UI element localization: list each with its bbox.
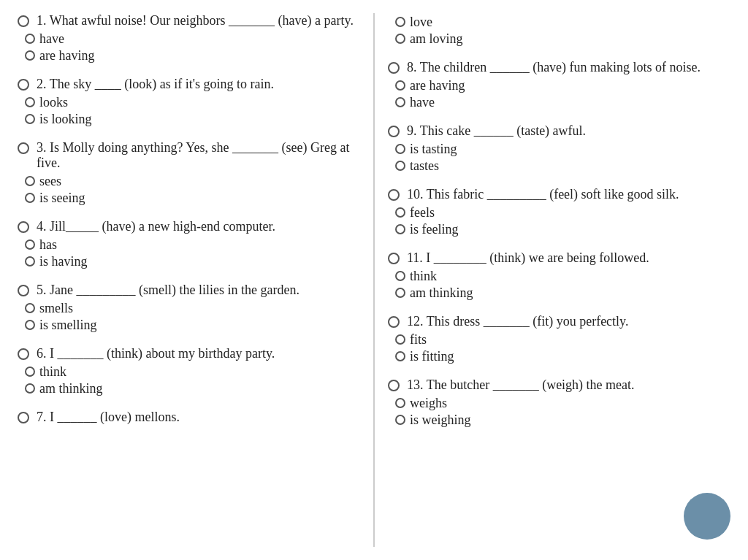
option-q1-1[interactable]: are having <box>22 48 363 64</box>
question-q3-text: 3. Is Molly doing anything? Yes, she ___… <box>15 140 363 171</box>
option-q9-0[interactable]: is tasting <box>392 142 733 157</box>
option-q11-1[interactable]: am thinking <box>392 285 733 301</box>
option-q5-0[interactable]: smells <box>22 301 363 316</box>
q8-opt0-radio[interactable] <box>395 80 405 91</box>
question-block-q4: 4. Jill_____ (have) a new high-end compu… <box>15 219 363 269</box>
question-q5-text: 5. Jane _________ (smell) the lilies in … <box>15 283 363 298</box>
question-q7-text: 7. I ______ (love) mellons. <box>15 410 363 425</box>
q6-opt0-radio[interactable] <box>25 367 35 377</box>
question-block-q13: 13. The butcher _______ (weigh) the meat… <box>385 377 733 428</box>
option-q12-0[interactable]: fits <box>392 332 733 348</box>
q11-radio-outer[interactable] <box>388 253 400 264</box>
q13-opt1-radio[interactable] <box>395 415 405 425</box>
question-block-q10: 10. This fabric _________ (feel) soft li… <box>385 187 733 237</box>
option-q3-0[interactable]: sees <box>22 174 363 189</box>
q9-opt1-radio[interactable] <box>395 161 405 171</box>
question-block-q7b: love am loving <box>385 13 733 47</box>
q10-radio-outer[interactable] <box>388 189 400 201</box>
question-block-q12: 12. This dress _______ (fit) you perfect… <box>385 314 733 364</box>
question-block-q11: 11. I ________ (think) we are being foll… <box>385 250 733 301</box>
q5-radio-outer[interactable] <box>18 285 29 296</box>
q3-radio-outer[interactable] <box>18 142 29 154</box>
q2-radio-outer[interactable] <box>18 79 29 91</box>
q4-opt1-radio[interactable] <box>25 256 35 266</box>
option-q2-1[interactable]: is looking <box>22 112 363 127</box>
q7-radio-outer[interactable] <box>18 412 29 423</box>
q1-opt0-radio[interactable] <box>25 34 35 44</box>
q6-radio-outer[interactable] <box>18 348 29 360</box>
q9-radio-outer[interactable] <box>388 126 400 137</box>
column-divider <box>373 13 375 547</box>
question-q1-text: 1. What awful noise! Our neighbors _____… <box>15 13 363 28</box>
question-block-q7: 7. I ______ (love) mellons. <box>15 410 363 428</box>
question-q8-text: 8. The children ______ (have) fun making… <box>385 60 733 75</box>
question-q4-text: 4. Jill_____ (have) a new high-end compu… <box>15 219 363 234</box>
q8-opt1-radio[interactable] <box>395 97 405 107</box>
question-q6-text: 6. I _______ (think) about my birthday p… <box>15 346 363 361</box>
option-q4-1[interactable]: is having <box>22 254 363 269</box>
q10-opt1-radio[interactable] <box>395 224 405 234</box>
question-block-q6: 6. I _______ (think) about my birthday p… <box>15 346 363 396</box>
option-q7-1[interactable]: am loving <box>392 31 733 47</box>
option-q8-0[interactable]: are having <box>392 78 733 93</box>
option-q13-0[interactable]: weighs <box>392 396 733 411</box>
decorative-circle <box>684 493 730 540</box>
q7-opt1-radio[interactable] <box>395 34 405 44</box>
option-q4-0[interactable]: has <box>22 237 363 253</box>
q4-radio-outer[interactable] <box>18 221 29 233</box>
question-q13-text: 13. The butcher _______ (weigh) the meat… <box>385 377 733 393</box>
option-q2-0[interactable]: looks <box>22 95 363 110</box>
option-q6-1[interactable]: am thinking <box>22 381 363 396</box>
q12-opt1-radio[interactable] <box>395 351 405 361</box>
option-q1-0[interactable]: have <box>22 31 363 47</box>
question-q10-text: 10. This fabric _________ (feel) soft li… <box>385 187 733 202</box>
q12-radio-outer[interactable] <box>388 316 400 328</box>
q11-opt1-radio[interactable] <box>395 288 405 298</box>
q7-opt0-radio[interactable] <box>395 17 405 27</box>
option-q12-1[interactable]: is fitting <box>392 349 733 364</box>
option-q8-1[interactable]: have <box>392 95 733 110</box>
q1-opt1-radio[interactable] <box>25 50 35 61</box>
q2-opt1-radio[interactable] <box>25 114 35 124</box>
option-q7-0[interactable]: love <box>392 15 733 30</box>
question-q12-text: 12. This dress _______ (fit) you perfect… <box>385 314 733 329</box>
q6-opt1-radio[interactable] <box>25 383 35 394</box>
question-q2-text: 2. The sky ____ (look) as if it's going … <box>15 77 363 92</box>
question-q9-text: 9. This cake ______ (taste) awful. <box>385 123 733 139</box>
question-block-q8: 8. The children ______ (have) fun making… <box>385 60 733 110</box>
option-q6-0[interactable]: think <box>22 364 363 380</box>
question-block-q5: 5. Jane _________ (smell) the lilies in … <box>15 283 363 333</box>
option-q10-1[interactable]: is feeling <box>392 222 733 237</box>
q3-opt1-radio[interactable] <box>25 193 35 203</box>
q9-opt0-radio[interactable] <box>395 144 405 154</box>
q12-opt0-radio[interactable] <box>395 334 405 345</box>
right-column: love am loving 8. The children ______ (h… <box>378 13 741 547</box>
q8-radio-outer[interactable] <box>388 62 400 74</box>
option-q3-1[interactable]: is seeing <box>22 191 363 206</box>
q4-opt0-radio[interactable] <box>25 239 35 250</box>
question-block-q2: 2. The sky ____ (look) as if it's going … <box>15 77 363 127</box>
q13-radio-outer[interactable] <box>388 380 400 391</box>
option-q9-1[interactable]: tastes <box>392 158 733 174</box>
option-q10-0[interactable]: feels <box>392 205 733 220</box>
option-q11-0[interactable]: think <box>392 269 733 284</box>
q1-radio-outer[interactable] <box>18 15 29 27</box>
slide: 1. What awful noise! Our neighbors _____… <box>0 0 748 560</box>
option-q5-1[interactable]: is smelling <box>22 318 363 333</box>
q3-opt0-radio[interactable] <box>25 176 35 186</box>
question-block-q3: 3. Is Molly doing anything? Yes, she ___… <box>15 140 363 206</box>
question-block-q9: 9. This cake ______ (taste) awful. is ta… <box>385 123 733 174</box>
question-q11-text: 11. I ________ (think) we are being foll… <box>385 250 733 266</box>
option-q13-1[interactable]: is weighing <box>392 413 733 428</box>
question-block-q1: 1. What awful noise! Our neighbors _____… <box>15 13 363 64</box>
q2-opt0-radio[interactable] <box>25 97 35 107</box>
q5-opt1-radio[interactable] <box>25 320 35 330</box>
left-column: 1. What awful noise! Our neighbors _____… <box>7 13 370 547</box>
q13-opt0-radio[interactable] <box>395 398 405 408</box>
q11-opt0-radio[interactable] <box>395 271 405 281</box>
q5-opt0-radio[interactable] <box>25 303 35 313</box>
q10-opt0-radio[interactable] <box>395 207 405 218</box>
